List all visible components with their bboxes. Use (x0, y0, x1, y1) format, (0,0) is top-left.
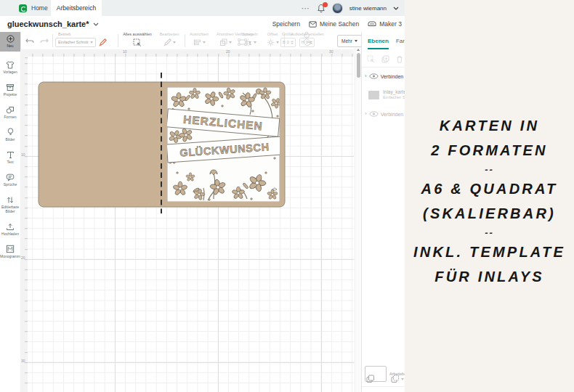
sidebar-item-monogramm[interactable]: Monogramm (0, 242, 20, 262)
design-canvas[interactable]: HERZLICHEN GLÜCKWUNSCH (28, 57, 354, 392)
avatar[interactable] (332, 3, 343, 14)
sidebar-item-formen[interactable]: Formen (0, 102, 20, 123)
sidebar-item-label: Text (6, 160, 14, 165)
notification-badge (323, 2, 328, 7)
height-field-label: H (302, 40, 304, 44)
ruler-number: 10 (123, 49, 127, 54)
width-field-value: 0 (287, 40, 289, 44)
lock-icon[interactable] (304, 31, 310, 38)
ruler-number: 10 (21, 152, 25, 157)
title-bar: glueckwunsch_karte* Speichern Meine Sach… (0, 16, 405, 33)
home-tab-label: Home (31, 4, 48, 12)
eye-icon[interactable] (369, 111, 379, 117)
chevron-down-icon (401, 378, 404, 380)
ruler-number: 20 (226, 49, 230, 54)
title-bar-actions: Speichern Meine Sachen Maker 3 (272, 16, 402, 32)
ruler-number: 30 (329, 49, 334, 54)
sidebar-item-editierbare-bilder[interactable]: Editierbare Bilder (0, 192, 20, 217)
sidebar-item-label: Editierbare Bilder (0, 205, 20, 214)
height-field[interactable]: H 0 (299, 38, 315, 47)
screenshot: Home Arbeitsbereich ⋯ stine wiemann (0, 0, 574, 392)
promo-text-block: KARTEN IN 2 FORMATEN -- A6 & QUADRAT (SK… (405, 118, 574, 285)
ungroup-icon[interactable] (391, 375, 400, 383)
sidebar-item-projekte[interactable]: Projekte (0, 80, 20, 100)
group-icon[interactable] (366, 375, 375, 383)
monogram-icon (6, 245, 15, 253)
workspace-tab[interactable]: Arbeitsbereich (51, 0, 102, 16)
promo-panel: KARTEN IN 2 FORMATEN -- A6 & QUADRAT (SK… (405, 0, 574, 392)
card-design-object[interactable]: HERZLICHEN GLÜCKWUNSCH (35, 71, 296, 224)
sidebar-item-vorlagen[interactable]: Vorlagen (0, 57, 20, 78)
layer-row-inlay[interactable]: Inlay_karte Einfacher Schnitt (362, 86, 405, 105)
sidebar-item-label: Bilder (5, 138, 16, 142)
scrollbar-thumb[interactable] (357, 53, 360, 78)
ruler-number: 20 (21, 256, 25, 260)
deform-icon (238, 38, 247, 46)
eye-icon[interactable] (369, 73, 379, 79)
top-bar: Home Arbeitsbereich ⋯ stine wiemann (0, 0, 405, 16)
box-icon (6, 83, 15, 91)
home-tab[interactable]: Home (19, 0, 48, 16)
layer-group-label: Verbinden (381, 112, 404, 117)
lightbulb-icon (7, 128, 15, 136)
panel-tabs: Ebenen Farbsynchronisierung (362, 32, 405, 49)
tab-ebenen[interactable]: Ebenen (368, 38, 389, 49)
edit-arrows-icon (6, 196, 15, 204)
sidebar-item-hochladen[interactable]: Hochladen (0, 219, 20, 240)
sidebar-item-label: Neu (6, 44, 14, 49)
shapes-icon (6, 106, 15, 114)
save-button[interactable]: Speichern (272, 20, 300, 28)
text-icon (7, 151, 15, 159)
layer-group-label: Verbinden (381, 74, 404, 79)
deselect-icon[interactable] (367, 55, 375, 63)
promo-divider: -- (485, 167, 494, 173)
height-stepper[interactable] (310, 41, 312, 44)
machine-label: Maker 3 (379, 20, 402, 28)
size-group: Größe B 0 H 0 (279, 32, 333, 49)
workspace-tab-label: Arbeitsbereich (57, 4, 96, 12)
sidebar-item-label: Monogramm (0, 255, 21, 259)
speech-bubble-icon (6, 173, 15, 181)
sidebar-item-label: Vorlagen (2, 70, 18, 75)
chevron-right-icon[interactable]: › (365, 111, 367, 117)
project-title[interactable]: glueckwunsch_karte* (7, 16, 99, 32)
layer-operation: Einfacher Schnitt (383, 95, 405, 101)
overflow-menu-icon[interactable]: ⋯ (302, 4, 310, 12)
save-label: Speichern (272, 20, 300, 28)
chevron-right-icon[interactable]: › (365, 73, 367, 79)
cricut-logo-icon (19, 4, 27, 12)
sidebar-item-bilder[interactable]: Bilder (0, 125, 20, 145)
tab-farbsynchronisierung[interactable]: Farbsynchronisierung (396, 38, 405, 44)
sidebar-item-label: Projekte (3, 93, 17, 97)
scroll-up-arrow-icon[interactable] (357, 49, 360, 51)
layers-panel-footer (362, 386, 405, 392)
more-button[interactable]: Mehr (337, 35, 362, 47)
width-field-label: B (283, 40, 286, 44)
chevron-down-icon (248, 41, 251, 44)
my-stuff-button[interactable]: Meine Sachen (309, 20, 359, 28)
envelope-icon (309, 21, 317, 28)
width-field[interactable]: B 0 (280, 38, 296, 47)
ruler-number: 30 (21, 359, 25, 363)
notifications-button[interactable] (317, 4, 326, 13)
my-stuff-label: Meine Sachen (320, 20, 359, 28)
layers-toolbar (362, 51, 405, 68)
promo-line: A6 & QUADRAT (421, 181, 557, 197)
upload-icon (6, 223, 15, 231)
duplicate-icon[interactable] (381, 55, 389, 63)
layer-group-row[interactable]: › Verbinden (362, 70, 405, 83)
sidebar-item-sprueche[interactable]: Sprüche (0, 170, 20, 190)
chevron-down-icon (355, 40, 357, 42)
sidebar-item-neu[interactable]: Neu (0, 32, 20, 52)
deform-group[interactable]: Verformen (230, 32, 259, 49)
chevron-down-icon[interactable] (393, 7, 399, 10)
layer-group-row[interactable]: › Verbinden (362, 107, 405, 121)
promo-divider: -- (485, 230, 494, 236)
promo-line: INKL. TEMPLATE (413, 244, 565, 261)
machine-selector[interactable]: Maker 3 (368, 20, 402, 28)
width-stepper[interactable] (291, 41, 294, 44)
user-name[interactable]: stine wiemann (349, 5, 387, 12)
sidebar-item-text[interactable]: Text (0, 147, 20, 168)
chevron-down-icon[interactable] (93, 23, 99, 26)
trash-icon[interactable] (396, 55, 403, 63)
